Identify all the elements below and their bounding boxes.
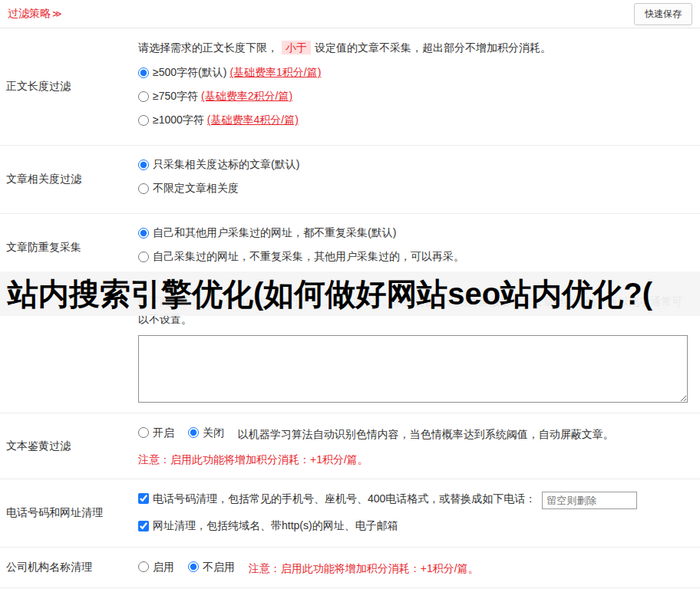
porn-filter-off-option[interactable]: 关闭 — [188, 424, 224, 441]
length-option-750-radio[interactable] — [138, 91, 149, 102]
phone-clean-label: 电话号码清理，包括常见的手机号、座机号、400电话格式，或替换成如下电话： — [153, 490, 536, 507]
relevance-option-strict-label: 只采集相关度达标的文章(默认) — [153, 158, 299, 172]
length-option-750[interactable]: ≥750字符 (基础费率2积分/篇) — [138, 90, 692, 104]
length-option-500-radio[interactable] — [138, 67, 149, 78]
porn-filter-off-radio[interactable] — [188, 427, 199, 438]
relevance-option-any-radio[interactable] — [138, 183, 149, 194]
porn-filter-description: 以机器学习算法自动识别色情内容，当色情概率达到系统阈值，自动屏蔽文章。 — [238, 428, 614, 440]
header-bar: 过滤策略≫ 快速保存 — [0, 0, 700, 28]
filter-strategy-title[interactable]: 过滤策略≫ — [8, 7, 62, 21]
chevron-double-icon: ≫ — [52, 8, 62, 19]
relevance-option-any[interactable]: 不限定文章相关度 — [138, 182, 692, 196]
company-clean-disable-option[interactable]: 不启用 — [188, 558, 235, 575]
porn-filter-options-line: 开启 关闭 以机器学习算法自动识别色情内容，当色情概率达到系统阈值，自动屏蔽文章… — [138, 424, 692, 443]
dedupe-option-self-radio[interactable] — [138, 252, 149, 262]
row-content: 启用 不启用 注意：启用此功能将增加积分消耗：+1积分/篇。 — [138, 548, 700, 588]
length-option-1000-label: ≥1000字符 — [153, 114, 204, 127]
company-clean-line: 启用 不启用 注意：启用此功能将增加积分消耗：+1积分/篇。 — [138, 558, 692, 577]
phone-clean-line: 电话号码清理，包括常见的手机号、座机号、400电话格式，或替换成如下电话： — [138, 490, 692, 509]
row-label-relevance: 文章相关度过滤 — [0, 146, 138, 213]
length-option-750-label: ≥750字符 — [153, 90, 198, 104]
row-porn-filter: 文本鉴黄过滤 开启 关闭 以机器学习算法自动识别色情内容，当色情概率达到系统阈值… — [0, 413, 700, 479]
company-clean-disable-label: 不启用 — [203, 558, 235, 575]
length-intro-pre: 请选择需求的正文长度下限， — [138, 41, 278, 54]
row-content-length-filter: 正文长度过滤 请选择需求的正文长度下限，小于设定值的文章不采集，超出部分不增加积… — [0, 28, 700, 146]
url-clean-option[interactable]: 网址清理，包括纯域名、带http(s)的网址、电子邮箱 — [138, 517, 398, 534]
relevance-option-strict-radio[interactable] — [138, 160, 149, 170]
porn-filter-on-option[interactable]: 开启 — [138, 424, 174, 441]
row-relevance-filter: 文章相关度过滤 只采集相关度达标的文章(默认) 不限定文章相关度 — [0, 146, 700, 214]
row-content: 电话号码清理，包括常见的手机号、座机号、400电话格式，或替换成如下电话： 网址… — [138, 479, 700, 547]
phone-clean-checkbox[interactable] — [138, 493, 149, 504]
row-label-porn-filter: 文本鉴黄过滤 — [0, 413, 138, 479]
length-option-500[interactable]: ≥500字符(默认) (基础费率1积分/篇) — [138, 66, 692, 80]
length-option-500-label: ≥500字符(默认) — [153, 66, 226, 80]
row-content: 请选择需求的正文长度下限，小于设定值的文章不采集，超出部分不增加积分消耗。 ≥5… — [138, 28, 700, 145]
quick-save-button[interactable]: 快速保存 — [634, 3, 692, 25]
company-clean-enable-option[interactable]: 启用 — [138, 558, 174, 575]
url-clean-line: 网址清理，包括纯域名、带http(s)的网址、电子邮箱 — [138, 517, 692, 536]
dedupe-option-global-radio[interactable] — [138, 228, 149, 239]
porn-filter-on-label: 开启 — [153, 424, 174, 441]
dedupe-option-global-label: 自己和其他用户采集过的网址，都不重复采集(默认) — [153, 226, 396, 240]
row-label-content-length: 正文长度过滤 — [0, 28, 138, 145]
phone-clean-option[interactable]: 电话号码清理，包括常见的手机号、座机号、400电话格式，或替换成如下电话： — [138, 490, 536, 507]
relevance-option-any-label: 不限定文章相关度 — [153, 182, 239, 196]
row-company-clean: 公司机构名称清理 启用 不启用 注意：启用此功能将增加积分消耗：+1积分/篇。 — [0, 548, 700, 589]
row-label-company-clean: 公司机构名称清理 — [0, 548, 138, 588]
row-phone-url-clean: 电话号码和网址清理 电话号码清理，包括常见的手机号、座机号、400电话格式，或替… — [0, 479, 700, 548]
length-option-1000-fee-link[interactable]: (基础费率4积分/篇) — [207, 114, 299, 127]
row-content: 只采集相关度达标的文章(默认) 不限定文章相关度 — [138, 146, 700, 213]
overlay-headline-text: 站内搜索引擎优化(如何做好网站seo站内优化?( — [8, 273, 652, 315]
url-clean-checkbox[interactable] — [138, 521, 149, 531]
replacement-phone-input[interactable] — [542, 492, 637, 509]
length-option-1000-radio[interactable] — [138, 115, 149, 126]
overlay-headline-banner: 站内搜索引擎优化(如何做好网站seo站内优化?( — [0, 271, 700, 316]
porn-filter-off-label: 关闭 — [203, 424, 224, 441]
porn-filter-on-radio[interactable] — [138, 427, 149, 438]
url-clean-label: 网址清理，包括纯域名、带http(s)的网址、电子邮箱 — [153, 517, 398, 534]
blocked-sites-textarea[interactable] — [138, 335, 688, 403]
length-option-1000[interactable]: ≥1000字符 (基础费率4积分/篇) — [138, 114, 692, 127]
length-option-750-fee-link[interactable]: (基础费率2积分/篇) — [201, 90, 292, 104]
company-clean-disable-radio[interactable] — [188, 561, 199, 572]
dedupe-option-global[interactable]: 自己和其他用户采集过的网址，都不重复采集(默认) — [138, 226, 692, 240]
dedupe-option-self[interactable]: 自己采集过的网址，不重复采集，其他用户采集过的，可以再采。 — [138, 250, 692, 264]
length-intro-post: 设定值的文章不采集，超出部分不增加积分消耗。 — [315, 41, 551, 54]
relevance-option-strict[interactable]: 只采集相关度达标的文章(默认) — [138, 158, 692, 172]
company-clean-note: 注意：启用此功能将增加积分消耗：+1积分/篇。 — [249, 562, 479, 574]
dedupe-option-self-label: 自己采集过的网址，不重复采集，其他用户采集过的，可以再采。 — [153, 250, 464, 264]
filter-strategy-label: 过滤策略 — [8, 7, 51, 19]
length-intro-line: 请选择需求的正文长度下限，小于设定值的文章不采集，超出部分不增加积分消耗。 — [138, 39, 692, 56]
porn-filter-note: 注意：启用此功能将增加积分消耗：+1积分/篇。 — [138, 451, 692, 468]
row-label-phone-url-clean: 电话号码和网址清理 — [0, 479, 138, 547]
company-clean-enable-label: 启用 — [153, 558, 174, 575]
length-option-500-fee-link[interactable]: (基础费率1积分/篇) — [229, 66, 321, 80]
length-intro-highlight: 小于 — [282, 41, 311, 54]
company-clean-enable-radio[interactable] — [138, 561, 149, 572]
row-content: 开启 关闭 以机器学习算法自动识别色情内容，当色情概率达到系统阈值，自动屏蔽文章… — [138, 413, 700, 479]
